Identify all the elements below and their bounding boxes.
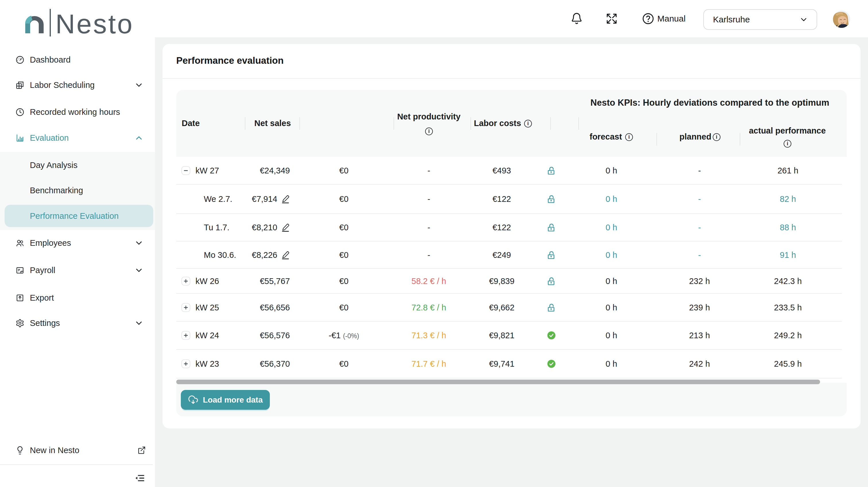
svg-text:Nesto: Nesto: [55, 9, 134, 38]
